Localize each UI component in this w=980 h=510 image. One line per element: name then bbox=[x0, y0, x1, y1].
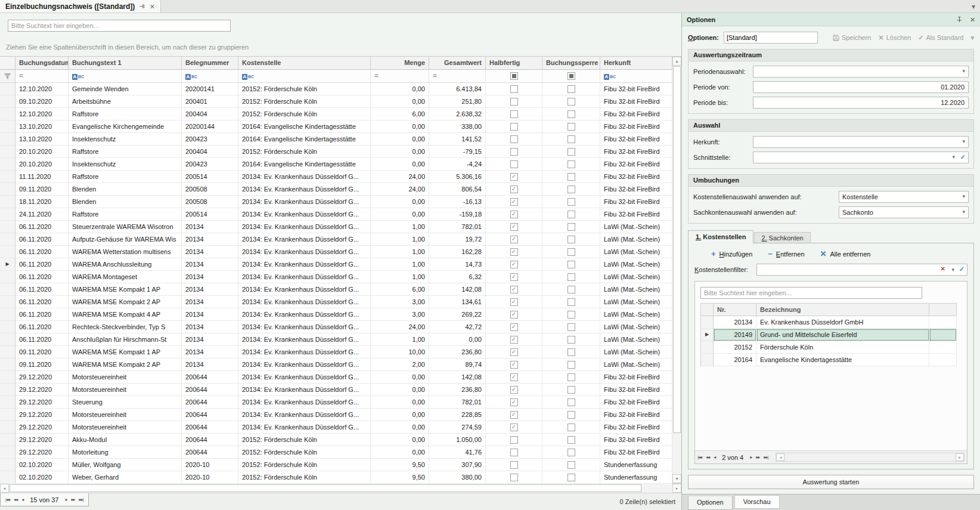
equals-filter-icon[interactable]: = bbox=[374, 70, 379, 82]
checkbox-icon[interactable] bbox=[567, 424, 575, 431]
checkbox-icon[interactable] bbox=[567, 236, 575, 243]
list-horizontal-scrollbar[interactable]: ◂ ▸ bbox=[776, 453, 965, 462]
checkbox-icon[interactable] bbox=[567, 98, 575, 106]
column-header[interactable]: Buchungssperre bbox=[542, 57, 600, 70]
checkbox-icon[interactable]: ✓ bbox=[510, 198, 518, 206]
filter-cell[interactable]: ABC bbox=[238, 70, 371, 83]
filter-cell[interactable] bbox=[0, 70, 15, 83]
horizontal-scrollbar-thumb[interactable] bbox=[10, 484, 641, 492]
checkbox-icon[interactable]: ✓ bbox=[510, 361, 518, 369]
checkbox-icon[interactable] bbox=[567, 398, 575, 406]
list-item[interactable]: 20134Ev. Krankenhaus Düsseldorf GmbH bbox=[700, 316, 962, 329]
text-filter-icon[interactable]: ABC bbox=[604, 70, 616, 83]
scroll-up-icon[interactable]: ▲ bbox=[672, 57, 681, 66]
checkbox-icon[interactable] bbox=[567, 173, 575, 181]
checkbox-icon[interactable] bbox=[567, 298, 575, 306]
checkbox-icon[interactable] bbox=[567, 386, 575, 394]
checkbox-icon[interactable] bbox=[567, 198, 575, 206]
table-row[interactable]: 02.10.2020Müller, Wolfgang2020-1020152: … bbox=[0, 459, 672, 471]
last-page-icon[interactable]: ▸▸| bbox=[79, 497, 83, 502]
filter-cell[interactable]: = bbox=[429, 70, 486, 83]
table-row[interactable]: 20.10.2020Insektenschutz20042320164: Eva… bbox=[0, 158, 672, 171]
checkbox-icon[interactable] bbox=[510, 474, 518, 481]
table-row[interactable]: 13.10.2020Evangelische Kirchengemeinde20… bbox=[0, 120, 672, 133]
next-page-icon[interactable]: ▸▸ bbox=[72, 497, 75, 502]
checkbox-icon[interactable] bbox=[567, 436, 575, 444]
table-row[interactable]: 29.12.2020Motorsteuereinheit20064420134:… bbox=[0, 421, 672, 434]
prev-page-icon[interactable]: ◂◂ bbox=[14, 497, 17, 502]
checkbox-icon[interactable] bbox=[567, 273, 575, 281]
checkbox-icon[interactable]: ✓ bbox=[510, 311, 518, 319]
prev-record-icon[interactable]: ◂ bbox=[714, 455, 715, 460]
checkbox-icon[interactable]: ✓ bbox=[510, 298, 518, 306]
table-row[interactable]: 18.11.2020Blenden20050820134: Ev. Kranke… bbox=[0, 196, 672, 208]
checkbox-icon[interactable] bbox=[567, 160, 575, 168]
table-row[interactable]: 29.12.2020Akku-Modul20064420152: Förders… bbox=[0, 434, 672, 446]
apply-filter-icon[interactable]: ✓ bbox=[959, 265, 965, 273]
table-row[interactable]: 06.11.2020WAREMA Wetterstation multisens… bbox=[0, 246, 672, 258]
checkbox-icon[interactable] bbox=[567, 211, 575, 218]
table-row[interactable]: 29.12.2020Motorsteuereinheit20064420134:… bbox=[0, 384, 672, 396]
checkbox-icon[interactable] bbox=[567, 261, 575, 268]
filter-cell[interactable]: ABC bbox=[182, 70, 238, 83]
checkbox-icon[interactable]: ✓ bbox=[510, 336, 518, 344]
next-record-icon[interactable]: ▸ bbox=[750, 455, 752, 460]
checkbox-icon[interactable]: ✓ bbox=[510, 424, 518, 431]
checkbox-icon[interactable] bbox=[510, 461, 518, 469]
table-row[interactable]: 11.11.2020Raffstore20051420134: Ev. Kran… bbox=[0, 171, 672, 183]
prev-record-icon[interactable]: ◂ bbox=[21, 497, 23, 502]
checkbox-icon[interactable] bbox=[567, 135, 575, 143]
horizontal-scrollbar[interactable]: ◂ ▸ bbox=[0, 484, 681, 493]
checkbox-icon[interactable]: ✓ bbox=[510, 261, 518, 268]
checkbox-icon[interactable] bbox=[567, 323, 575, 331]
next-record-icon[interactable]: ▸ bbox=[65, 497, 67, 502]
remove-button[interactable]: − Entfernen bbox=[768, 249, 804, 258]
scroll-right-icon[interactable]: ▸ bbox=[956, 453, 964, 461]
checkbox-icon[interactable]: ✓ bbox=[510, 211, 518, 218]
filter-cell[interactable] bbox=[542, 70, 600, 83]
bottom-tab-optionen[interactable]: Optionen bbox=[688, 496, 733, 510]
checkbox-icon[interactable] bbox=[567, 286, 575, 293]
grid-search-input[interactable] bbox=[8, 20, 231, 32]
filter-cell[interactable]: ABC bbox=[600, 70, 672, 83]
checkbox-icon[interactable] bbox=[567, 474, 575, 481]
checkbox-icon[interactable] bbox=[510, 449, 518, 456]
tab-kostenstellen[interactable]: 1. Kostenstellen bbox=[688, 230, 753, 243]
list-item[interactable]: 20164Evangelische Kindertagesstätte bbox=[700, 354, 962, 366]
panel-close-icon[interactable]: × bbox=[970, 15, 975, 24]
checkbox-icon[interactable]: ✓ bbox=[510, 173, 518, 181]
combo-dropdown-icon[interactable]: ▾ bbox=[962, 209, 965, 215]
checkbox-icon[interactable] bbox=[567, 311, 575, 319]
table-row[interactable]: 09.10.2020Arbeitsbühne20040120152: Förde… bbox=[0, 95, 672, 108]
table-row[interactable]: 13.10.2020Insektenschutz20042320164: Eva… bbox=[0, 133, 672, 146]
remove-all-button[interactable]: ✕ Alle entfernen bbox=[820, 249, 871, 258]
list-column-header[interactable]: Bezeichnung bbox=[756, 303, 929, 316]
checkbox-icon[interactable]: ✓ bbox=[510, 323, 518, 331]
checkbox-icon[interactable] bbox=[567, 411, 575, 419]
combo-dropdown-icon[interactable]: ▾ bbox=[952, 154, 955, 160]
checkbox-icon[interactable] bbox=[510, 98, 518, 106]
list-column-header[interactable]: Nr. bbox=[714, 303, 756, 316]
tab-list-dropdown-icon[interactable]: ▾ bbox=[972, 3, 975, 10]
table-row[interactable]: 29.12.2020Motorleitung20064420152: Förde… bbox=[0, 446, 672, 459]
checkbox-icon[interactable] bbox=[567, 449, 575, 456]
checkbox-icon[interactable]: ✓ bbox=[510, 186, 518, 193]
checkbox-icon[interactable] bbox=[567, 336, 575, 344]
checkbox-icon[interactable]: ✓ bbox=[510, 273, 518, 281]
checkbox-icon[interactable] bbox=[567, 223, 575, 231]
table-row[interactable]: 02.10.2020Weber, Gerhard2020-1020152: Fö… bbox=[0, 471, 672, 484]
schnittstelle-combo[interactable]: ▾ ✓ bbox=[753, 152, 969, 163]
list-item[interactable]: ▶20149Grund- und Mittelschule Eiserfeld bbox=[700, 329, 962, 341]
period-to-input[interactable]: 12.2020 bbox=[753, 97, 969, 109]
checkbox-icon[interactable] bbox=[567, 348, 575, 356]
column-header[interactable]: Buchungstext 1 bbox=[69, 57, 182, 70]
combo-dropdown-icon[interactable]: ▾ bbox=[962, 193, 965, 199]
filter-cell[interactable]: ABC bbox=[69, 70, 182, 83]
column-header[interactable]: Herkunft bbox=[600, 57, 672, 70]
pin-icon[interactable] bbox=[139, 3, 145, 10]
checkbox-icon[interactable] bbox=[510, 436, 518, 444]
vertical-scrollbar[interactable]: ▲ ▼ bbox=[672, 57, 681, 484]
checkbox-icon[interactable] bbox=[567, 361, 575, 369]
set-default-options-button[interactable]: ✓ Als Standard bbox=[918, 34, 963, 42]
scroll-right-icon[interactable]: ▸ bbox=[672, 484, 681, 493]
